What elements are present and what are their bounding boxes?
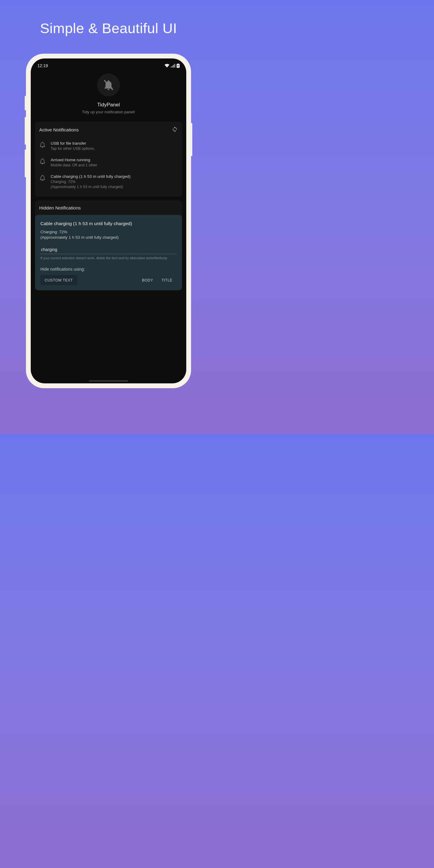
filter-text-input[interactable] (40, 246, 177, 254)
notification-title: USB for file transfer (51, 141, 178, 146)
notification-title: Arrived Home running (51, 157, 178, 163)
app-title: TidyPanel (31, 102, 186, 108)
notification-subtitle: (Approximately 1 h 53 m until fully char… (51, 184, 178, 190)
notification-item[interactable]: Arrived Home running Mobile data: Off an… (39, 154, 178, 171)
battery-icon (177, 64, 180, 68)
hidden-detail-panel: Cable charging (1 h 53 m until fully cha… (35, 215, 182, 290)
home-indicator[interactable] (89, 380, 128, 381)
custom-text-button[interactable]: CUSTOM TEXT (40, 275, 77, 285)
notification-subtitle: Tap for other USB options. (51, 146, 178, 151)
bell-off-icon (102, 79, 115, 91)
app-header: TidyPanel Tidy up your notification pane… (31, 70, 186, 114)
status-icons (164, 64, 180, 68)
input-hint: If your current selection doesn't work, … (40, 256, 177, 260)
hidden-detail-title: Cable charging (1 h 53 m until fully cha… (40, 221, 177, 226)
notification-title: Cable charging (1 h 53 m until fully cha… (51, 174, 178, 179)
phone-screen: 12:19 TidyPanel Tidy up your notificatio… (31, 59, 186, 383)
wifi-icon (164, 64, 169, 67)
refresh-icon (172, 126, 178, 132)
bell-icon (39, 175, 46, 182)
notification-item[interactable]: Cable charging (1 h 53 m until fully cha… (39, 171, 178, 193)
app-subtitle: Tidy up your notification panel! (31, 110, 186, 114)
hidden-notifications-card: Hidden Notifications Cable charging (1 h… (35, 200, 182, 290)
refresh-button[interactable] (172, 126, 178, 133)
hide-using-label: Hide notifications using: (40, 267, 177, 272)
app-logo (97, 73, 120, 96)
signal-icon (171, 64, 175, 67)
active-notifications-title: Active Notifications (39, 127, 79, 133)
status-bar: 12:19 (31, 59, 186, 70)
bell-icon (39, 141, 46, 149)
hidden-detail-body: Charging: 72% (40, 229, 177, 235)
phone-mock: 12:19 TidyPanel Tidy up your notificatio… (26, 54, 191, 388)
title-button[interactable]: TITLE (157, 275, 177, 285)
promo-headline: Simple & Beautiful UI (0, 0, 217, 36)
notification-subtitle: Charging: 72% (51, 179, 178, 184)
hidden-detail-body: (Approximately 1 h 53 m until fully char… (40, 235, 177, 240)
bell-icon (39, 158, 46, 166)
notification-item[interactable]: USB for file transfer Tap for other USB … (39, 138, 178, 154)
hidden-notifications-title: Hidden Notifications (39, 205, 178, 211)
status-time: 12:19 (37, 63, 48, 68)
notification-subtitle: Mobile data: Off and 1 other (51, 163, 178, 168)
active-notifications-card: Active Notifications USB for file transf… (35, 121, 182, 197)
body-button[interactable]: BODY (138, 275, 157, 285)
